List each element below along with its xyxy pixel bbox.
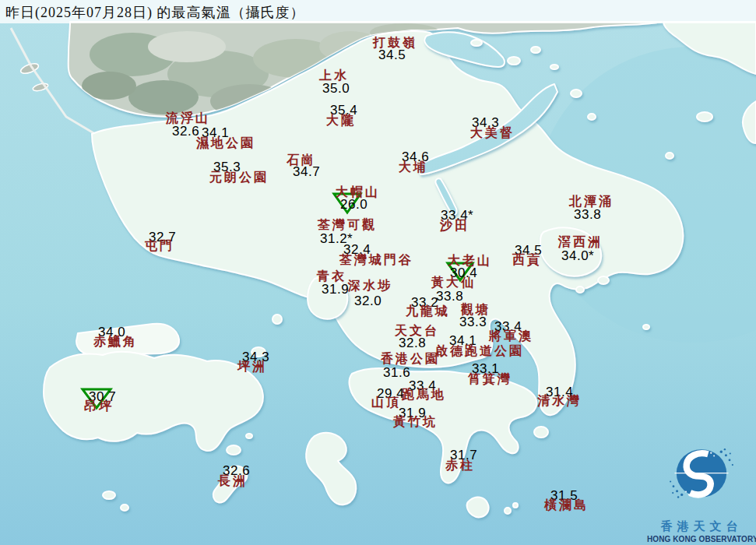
station-name: 石崗 xyxy=(287,154,316,167)
station-name: 大隴 xyxy=(326,114,356,127)
station-name: 滘西洲 xyxy=(558,236,603,248)
station-name: 筲箕灣 xyxy=(468,373,512,385)
station-name: 大美督 xyxy=(470,127,515,139)
station-name: 九龍城 xyxy=(406,305,450,318)
station-name: 將軍澳 xyxy=(489,330,533,343)
station-name: 跑馬地 xyxy=(402,389,446,401)
station-name: 屯門 xyxy=(145,240,174,252)
station-value: 33.8 xyxy=(436,290,463,303)
station-name: 天文台 xyxy=(395,325,439,337)
station-value: 26.0 xyxy=(340,198,367,211)
station-value: 31.6 xyxy=(383,366,410,379)
station-name: 黃大仙 xyxy=(431,276,476,289)
station-name: 坪洲 xyxy=(237,360,267,373)
station-name: 濕地公園 xyxy=(196,137,255,149)
station-name: 長洲 xyxy=(218,475,248,487)
hko-logo-name-english: HONG KONG OBSERVATORY xyxy=(647,535,756,543)
station-name: 大帽山 xyxy=(336,186,380,199)
station-value: 31.9 xyxy=(322,283,349,296)
station-value: 32.8 xyxy=(399,336,426,350)
station-name: 流浮山 xyxy=(166,112,210,125)
station-name: 荃灣城門谷 xyxy=(339,254,413,266)
hko-logo-name-chinese: 香港天文台 xyxy=(647,519,756,534)
station-name: 深水埗 xyxy=(348,280,392,292)
station-name: 大埔 xyxy=(399,161,428,174)
station-name: 昂坪 xyxy=(84,400,114,413)
stations-layer: 34.5打鼓嶺35.0上水35.4大隴34.3大美督32.6流浮山34.1濕地公… xyxy=(0,0,756,545)
station-value: 32.0 xyxy=(354,294,382,308)
station-name: 大老山 xyxy=(448,255,492,267)
station-value: 33.8 xyxy=(574,208,601,221)
hko-typhoon-icon xyxy=(663,445,740,516)
station-name: 荃灣可觀 xyxy=(318,219,377,231)
station-name: 上水 xyxy=(319,69,349,82)
station-name: 打鼓嶺 xyxy=(373,37,417,49)
station-name: 赤柱 xyxy=(445,459,475,472)
station-value: 34.7 xyxy=(293,165,320,178)
station-name: 黃竹坑 xyxy=(393,416,438,428)
hko-max-temperature-map-screen: 昨日(2025年07月28日) 的最高氣溫（攝氏度） 34.5打鼓嶺35.0上水… xyxy=(0,0,756,545)
hko-logo: 香港天文台 HONG KONG OBSERVATORY xyxy=(647,445,756,543)
station-name: 山頂 xyxy=(371,396,401,409)
station-name: 元朗公園 xyxy=(209,171,269,184)
station-value: 34.5 xyxy=(378,48,406,62)
station-name: 北潭涌 xyxy=(569,195,614,208)
station-name: 觀塘 xyxy=(461,304,491,316)
station-name: 青衣 xyxy=(317,270,346,283)
station-name: 橫瀾島 xyxy=(544,499,589,512)
station-value: 34.0* xyxy=(561,249,594,262)
station-value: 35.0 xyxy=(322,82,350,95)
station-name: 啟德跑道公園 xyxy=(435,345,524,357)
station-name: 香港公園 xyxy=(381,353,440,365)
station-name: 赤鱲角 xyxy=(93,336,138,348)
station-value: 33.3 xyxy=(459,315,487,329)
station-name: 西貢 xyxy=(512,254,542,266)
station-name: 清水灣 xyxy=(537,395,582,407)
station-name: 沙田 xyxy=(440,220,469,232)
station-value: 32.6 xyxy=(172,125,199,138)
